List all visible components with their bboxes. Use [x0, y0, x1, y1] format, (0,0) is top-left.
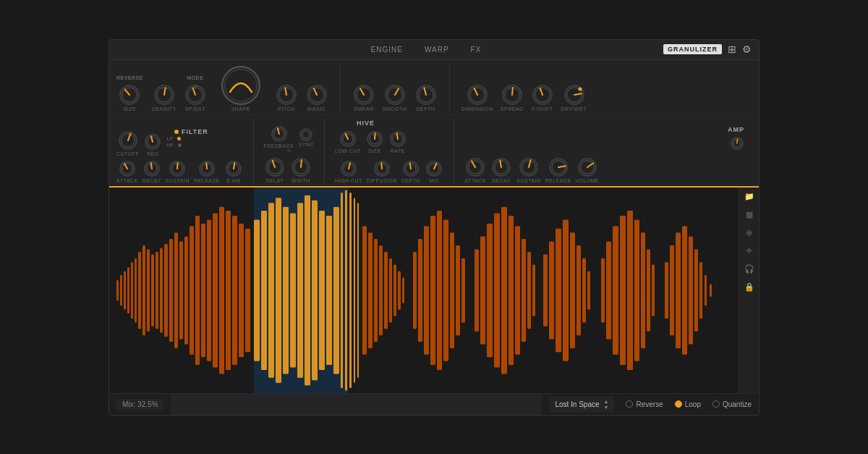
- grid-icon[interactable]: ▦: [746, 210, 753, 219]
- svg-rect-186: [549, 241, 554, 339]
- svg-rect-160: [379, 245, 383, 335]
- sync-knob[interactable]: [299, 127, 313, 142]
- quantize-radio[interactable]: [712, 400, 720, 408]
- depth-knob-warp[interactable]: [414, 83, 438, 106]
- svg-rect-208: [699, 261, 702, 318]
- depth-label-hive: DEPTH: [401, 178, 420, 183]
- quantize-toggle[interactable]: Quantize: [712, 400, 752, 408]
- cutoff-knob[interactable]: [117, 130, 139, 151]
- release-knob-amp[interactable]: [548, 156, 569, 178]
- depth-knob-hive[interactable]: [401, 159, 420, 178]
- svg-rect-133: [207, 219, 211, 361]
- preset-up-arrow[interactable]: ▲: [604, 399, 609, 404]
- amp-title: AMP: [728, 126, 744, 133]
- svg-rect-203: [670, 245, 674, 335]
- amp-top-knob[interactable]: [730, 136, 744, 151]
- decay-knob-amp[interactable]: [490, 156, 512, 178]
- rate-knob[interactable]: [388, 130, 407, 148]
- drywet-knob[interactable]: [563, 83, 586, 106]
- lowcut-knob[interactable]: [339, 130, 357, 148]
- lp-dot[interactable]: [177, 137, 181, 140]
- svg-rect-204: [676, 232, 681, 348]
- controls-area: REVERSE SIZE: [109, 60, 759, 188]
- hp-label: HP: [166, 143, 174, 148]
- gear-icon[interactable]: ⚙: [742, 43, 752, 55]
- svg-rect-123: [156, 251, 158, 329]
- svg-rect-194: [606, 241, 611, 339]
- delay-knob[interactable]: [264, 156, 286, 178]
- preset-down-arrow[interactable]: ▼: [604, 405, 609, 410]
- release-knob-filter[interactable]: [197, 159, 216, 178]
- svg-rect-150: [326, 216, 332, 365]
- svg-rect-205: [682, 226, 687, 355]
- svg-rect-131: [195, 216, 200, 365]
- crosshair-icon[interactable]: ⊕: [746, 228, 752, 237]
- svg-rect-154: [349, 193, 352, 388]
- diffusion-knob[interactable]: [373, 159, 391, 178]
- svg-rect-151: [333, 206, 339, 374]
- dimension-label: DIMENSION: [461, 106, 493, 112]
- volume-knob[interactable]: [576, 156, 598, 178]
- pitch-knob[interactable]: [275, 83, 298, 106]
- svg-rect-187: [556, 228, 561, 351]
- box-icon[interactable]: ⊞: [728, 43, 736, 55]
- shape-knob[interactable]: [220, 64, 262, 106]
- sustain-knob-filter[interactable]: [168, 159, 187, 178]
- sustain-knob-amp[interactable]: [518, 156, 540, 178]
- magic-knob[interactable]: [305, 83, 328, 106]
- svg-rect-175: [475, 249, 479, 332]
- spdst-knob[interactable]: [184, 83, 207, 106]
- dimension-knob[interactable]: [466, 83, 489, 106]
- reverse-radio[interactable]: [626, 400, 633, 408]
- svg-rect-192: [587, 271, 590, 309]
- svg-line-77: [375, 133, 375, 139]
- reverse-toggle[interactable]: Reverse: [626, 400, 663, 408]
- svg-rect-173: [456, 245, 460, 335]
- eam-knob[interactable]: [224, 159, 243, 178]
- header-sections: ENGINE WARP FX: [189, 46, 663, 54]
- svg-rect-201: [652, 264, 655, 316]
- smooth-knob[interactable]: [383, 83, 407, 106]
- folder-icon[interactable]: 📁: [744, 192, 754, 201]
- mix-label: MIX: [429, 178, 439, 183]
- fshift-knob[interactable]: [531, 83, 554, 106]
- svg-rect-178: [494, 213, 500, 367]
- quantize-text: Quantize: [723, 400, 752, 408]
- width-knob[interactable]: [290, 156, 312, 178]
- headphone-icon[interactable]: 🎧: [744, 264, 754, 274]
- svg-rect-137: [232, 216, 237, 365]
- loop-text: Loop: [685, 400, 701, 408]
- svg-rect-118: [135, 258, 137, 322]
- svg-rect-210: [710, 284, 712, 297]
- waveform-canvas[interactable]: [109, 188, 739, 393]
- loop-toggle[interactable]: Loop: [675, 400, 701, 408]
- svg-rect-195: [613, 226, 618, 355]
- attack-knob-amp[interactable]: [464, 156, 486, 178]
- svg-line-71: [301, 160, 302, 167]
- hp-dot[interactable]: [178, 143, 182, 147]
- spread-knob[interactable]: [501, 83, 524, 106]
- preset-selector[interactable]: Lost In Space ▲ ▼: [549, 397, 614, 412]
- header-right: GRANULIZER ⊞ ⚙: [663, 43, 752, 55]
- size-knob-hive[interactable]: [365, 130, 384, 148]
- loop-radio[interactable]: [675, 400, 682, 408]
- move-icon[interactable]: ✛: [746, 246, 752, 256]
- lock-icon[interactable]: 🔒: [744, 282, 754, 292]
- fshift-label: F.SHIFT: [532, 106, 553, 112]
- highcut-knob[interactable]: [339, 159, 358, 178]
- density-knob[interactable]: [153, 83, 176, 106]
- svg-rect-165: [402, 277, 404, 303]
- decay-knob-filter[interactable]: [142, 159, 161, 178]
- svg-rect-196: [620, 216, 626, 365]
- svg-rect-202: [665, 261, 668, 318]
- size-knob[interactable]: [118, 83, 141, 106]
- svg-line-51: [150, 163, 151, 169]
- res-knob[interactable]: [143, 133, 162, 151]
- preset-name: Lost In Space: [555, 400, 599, 408]
- sync-label: Sync: [299, 142, 314, 147]
- mix-knob[interactable]: [425, 159, 443, 178]
- svg-rect-140: [254, 219, 260, 361]
- attack-knob-filter[interactable]: [118, 159, 137, 178]
- feedback-knob[interactable]: [270, 125, 289, 143]
- smear-knob[interactable]: [352, 83, 375, 106]
